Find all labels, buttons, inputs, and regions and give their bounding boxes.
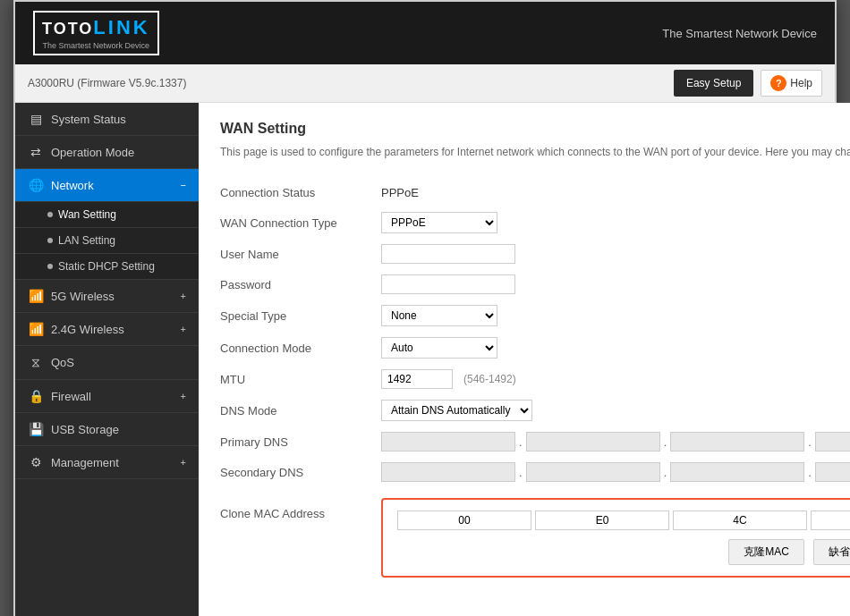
management-expand-icon: + bbox=[181, 457, 186, 468]
topbar: A3000RU (Firmware V5.9c.1337) Easy Setup… bbox=[15, 64, 835, 103]
firmware-info: A3000RU (Firmware V5.9c.1337) bbox=[28, 77, 186, 89]
page-description: This page is used to configure the param… bbox=[220, 144, 850, 160]
mac-section: 克隆MAC 缺省MAC bbox=[381, 498, 850, 578]
primary-dns-label: Primary DNS bbox=[220, 435, 381, 449]
2-4g-expand-icon: + bbox=[181, 324, 186, 334]
logo: TOTO LINK The Smartest Network Device bbox=[33, 11, 159, 55]
firewall-expand-icon: + bbox=[181, 391, 186, 401]
dns-dot-1: . bbox=[519, 435, 523, 449]
dns-mode-select[interactable]: Attain DNS Automatically Set DNS Manuall… bbox=[381, 400, 532, 421]
dns-dot-2: . bbox=[664, 435, 667, 449]
lan-dot bbox=[47, 238, 53, 243]
mtu-input[interactable] bbox=[381, 369, 453, 389]
mac-octet-2[interactable] bbox=[535, 511, 669, 530]
mtu-hint: (546-1492) bbox=[463, 373, 516, 385]
sidebar-label-2-4g: 2.4G Wireless bbox=[51, 323, 124, 336]
dhcp-dot bbox=[47, 264, 53, 269]
connection-mode-row: Connection Mode Auto Manual bbox=[220, 332, 850, 364]
sidebar-sub-label-lan: LAN Setting bbox=[58, 234, 115, 247]
connection-mode-field: Auto Manual bbox=[381, 337, 850, 359]
sidebar-sub-network: Wan Setting LAN Setting Static DHCP Sett… bbox=[15, 202, 199, 280]
sidebar-sub-wan-setting[interactable]: Wan Setting bbox=[15, 202, 199, 228]
primary-dns-octet-1[interactable] bbox=[381, 432, 515, 451]
sidebar-sub-lan-setting[interactable]: LAN Setting bbox=[15, 228, 199, 254]
sidebar-item-usb-storage[interactable]: 💾 USB Storage bbox=[15, 413, 199, 446]
mac-octet-1[interactable] bbox=[397, 511, 531, 530]
special-type-label: Special Type bbox=[220, 309, 381, 323]
mac-octet-4[interactable] bbox=[811, 511, 850, 530]
help-button[interactable]: ? Help bbox=[761, 70, 822, 97]
sidebar-label-management: Management bbox=[51, 456, 119, 469]
connection-mode-select[interactable]: Auto Manual bbox=[381, 337, 497, 359]
sidebar-item-qos[interactable]: ⧖ QoS bbox=[15, 346, 199, 380]
5g-expand-icon: + bbox=[181, 291, 186, 301]
mac-inputs-row bbox=[397, 511, 850, 530]
sidebar-sub-static-dhcp[interactable]: Static DHCP Setting bbox=[15, 254, 199, 280]
logo-link: LINK bbox=[93, 16, 149, 39]
network-expand-icon: − bbox=[181, 180, 186, 190]
sidebar-item-management[interactable]: ⚙ Management + bbox=[15, 446, 199, 479]
management-icon: ⚙ bbox=[28, 455, 44, 469]
qos-icon: ⧖ bbox=[28, 355, 44, 370]
username-row: User Name bbox=[220, 239, 850, 269]
5g-wireless-icon: 📶 bbox=[28, 289, 44, 303]
secondary-dns-octet-2[interactable] bbox=[526, 462, 660, 482]
content-area: WAN Setting This page is used to configu… bbox=[199, 103, 850, 616]
secondary-dns-octet-4[interactable] bbox=[815, 462, 850, 482]
default-mac-button[interactable]: 缺省MAC bbox=[813, 539, 850, 565]
sidebar-label-5g: 5G Wireless bbox=[51, 290, 115, 303]
sidebar-item-system-status[interactable]: ▤ System Status bbox=[15, 103, 199, 136]
special-type-field: None bbox=[381, 305, 850, 326]
sidebar-label-qos: QoS bbox=[51, 356, 74, 369]
main-layout: ▤ System Status ⇄ Operation Mode 🌐 Netwo… bbox=[15, 103, 835, 616]
clone-mac-row: Clone MAC Address bbox=[220, 487, 850, 583]
secondary-dns-label: Secondary DNS bbox=[220, 466, 381, 479]
primary-dns-octet-2[interactable] bbox=[526, 432, 660, 451]
topbar-buttons: Easy Setup ? Help bbox=[674, 70, 822, 97]
sidebar-item-5g-wireless[interactable]: 📶 5G Wireless + bbox=[15, 280, 199, 313]
special-type-select[interactable]: None bbox=[381, 305, 497, 326]
wan-connection-type-select[interactable]: PPPoE DHCP Static IP bbox=[381, 212, 497, 233]
password-label: Password bbox=[220, 278, 381, 291]
primary-dns-octet-4[interactable] bbox=[815, 432, 850, 451]
secondary-dns-octet-3[interactable] bbox=[670, 462, 804, 482]
sidebar-item-network[interactable]: 🌐 Network − bbox=[15, 169, 199, 202]
sidebar-label-system-status: System Status bbox=[51, 113, 126, 126]
wan-connection-type-field: PPPoE DHCP Static IP bbox=[381, 212, 850, 233]
clone-mac-button[interactable]: 克隆MAC bbox=[728, 539, 804, 565]
clone-mac-label: Clone MAC Address bbox=[220, 494, 381, 520]
username-field bbox=[381, 244, 850, 264]
sidebar-label-operation-mode: Operation Mode bbox=[51, 146, 134, 159]
mtu-field: (546-1492) bbox=[381, 369, 850, 389]
help-label: Help bbox=[790, 77, 812, 89]
system-status-icon: ▤ bbox=[28, 112, 44, 126]
usb-storage-icon: 💾 bbox=[28, 422, 44, 436]
mac-buttons: 克隆MAC 缺省MAC bbox=[397, 539, 850, 565]
connection-status-row: Connection Status PPPoE bbox=[220, 178, 850, 207]
secondary-dns-row: Secondary DNS . . . bbox=[220, 457, 850, 487]
help-icon: ? bbox=[770, 75, 786, 91]
connection-status-label: Connection Status bbox=[220, 186, 381, 199]
sidebar-item-2-4g-wireless[interactable]: 📶 2.4G Wireless + bbox=[15, 313, 199, 346]
mtu-row: MTU (546-1492) bbox=[220, 364, 850, 394]
dns-mode-field: Attain DNS Automatically Set DNS Manuall… bbox=[381, 400, 850, 421]
logo-tagline: The Smartest Network Device bbox=[43, 41, 150, 50]
wan-form: Connection Status PPPoE WAN Connection T… bbox=[220, 178, 850, 583]
username-input[interactable] bbox=[381, 244, 515, 264]
dns-mode-label: DNS Mode bbox=[220, 404, 381, 418]
mac-octet-3[interactable] bbox=[673, 511, 807, 530]
sidebar-item-firewall[interactable]: 🔒 Firewall + bbox=[15, 380, 199, 413]
special-type-row: Special Type None bbox=[220, 300, 850, 332]
secondary-dns-octet-1[interactable] bbox=[381, 462, 515, 482]
connection-status-value: PPPoE bbox=[381, 186, 419, 199]
secondary-dns-dot-2: . bbox=[664, 466, 667, 479]
apply-row: Apply bbox=[220, 601, 850, 616]
mtu-label: MTU bbox=[220, 373, 381, 386]
2-4g-wireless-icon: 📶 bbox=[28, 322, 44, 336]
easy-setup-button[interactable]: Easy Setup bbox=[674, 70, 753, 97]
sidebar-item-operation-mode[interactable]: ⇄ Operation Mode bbox=[15, 136, 199, 169]
username-label: User Name bbox=[220, 248, 381, 261]
password-input[interactable] bbox=[381, 274, 515, 294]
dns-mode-row: DNS Mode Attain DNS Automatically Set DN… bbox=[220, 394, 850, 426]
primary-dns-octet-3[interactable] bbox=[670, 432, 804, 451]
